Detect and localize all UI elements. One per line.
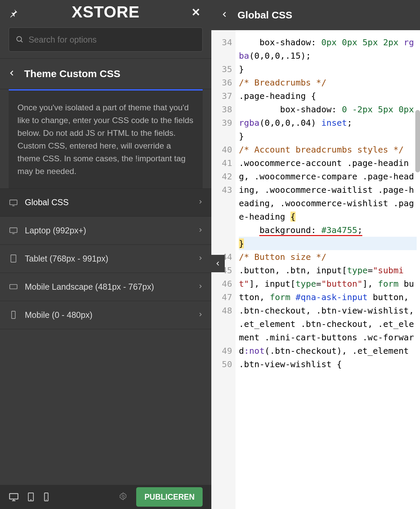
device-icon xyxy=(9,282,18,291)
chevron-right-icon xyxy=(198,282,203,292)
chevron-right-icon xyxy=(198,197,203,207)
line-number: 46 xyxy=(211,277,232,290)
line-number: 34 xyxy=(211,36,232,49)
code-line[interactable]: } xyxy=(239,129,417,143)
svg-rect-6 xyxy=(10,228,17,233)
menu-item-3[interactable]: Mobile Landscape (481px - 767px) xyxy=(0,273,211,301)
menu-item-2[interactable]: Tablet (768px - 991px) xyxy=(0,245,211,273)
line-number: 47 xyxy=(211,290,232,304)
code-line[interactable]: box-shadow: 0 -2px 5px 0px rgba(0,0,0,.0… xyxy=(239,103,417,129)
svg-rect-9 xyxy=(10,285,17,289)
line-number: 42 xyxy=(211,170,232,183)
device-tablet-icon[interactable] xyxy=(27,492,35,502)
svg-rect-4 xyxy=(10,200,17,205)
menu-item-label: Tablet (768px - 991px) xyxy=(25,254,108,264)
line-number: 49 xyxy=(211,344,232,357)
device-mobile-icon[interactable] xyxy=(43,492,50,502)
pin-icon[interactable] xyxy=(8,8,18,18)
svg-rect-10 xyxy=(12,311,15,319)
info-box: Once you've isolated a part of theme tha… xyxy=(9,91,203,188)
search-field[interactable] xyxy=(9,27,203,52)
code-editor[interactable]: 34 3536373839 40414243 4445464748 4950 b… xyxy=(211,30,420,509)
svg-point-18 xyxy=(122,495,124,498)
close-icon[interactable] xyxy=(191,7,201,17)
code-line[interactable]: /* Account breadcrumbs styles */ xyxy=(239,143,417,156)
code-line[interactable]: /* Button size */ xyxy=(239,250,417,264)
line-number: 35 xyxy=(211,62,232,76)
device-desktop-icon[interactable] xyxy=(9,493,19,501)
code-line[interactable]: .woocommerce-account .page-heading, .woo… xyxy=(239,156,417,223)
chevron-right-icon xyxy=(198,254,203,264)
menu-item-0[interactable]: Global CSS xyxy=(0,188,211,217)
line-number: 43 xyxy=(211,183,232,196)
svg-point-2 xyxy=(17,37,21,41)
code-line[interactable]: .btn-checkout, .btn-view-wishlist, xyxy=(239,304,417,317)
svg-rect-8 xyxy=(11,255,16,262)
breakpoint-menu: Global CSSLaptop (992px+)Tablet (768px -… xyxy=(0,188,211,329)
svg-rect-11 xyxy=(10,494,18,499)
menu-item-4[interactable]: Mobile (0 - 480px) xyxy=(0,301,211,329)
section-header[interactable]: Theme Custom CSS xyxy=(0,58,211,89)
menu-item-1[interactable]: Laptop (992px+) xyxy=(0,217,211,245)
code-line[interactable]: .button, .btn, input[type="submit"], inp… xyxy=(239,264,417,304)
code-line[interactable]: /* Breadcrumbs */ xyxy=(239,76,417,89)
line-number: 48 xyxy=(211,304,232,317)
section-title: Theme Custom CSS xyxy=(24,68,120,79)
logo: XSTORE xyxy=(72,3,140,21)
back-icon[interactable] xyxy=(9,69,15,78)
menu-item-label: Mobile Landscape (481px - 767px) xyxy=(25,282,154,292)
line-number: 40 xyxy=(211,143,232,156)
code-line[interactable]: background: #3a4755; xyxy=(239,223,417,237)
line-number: 50 xyxy=(211,357,232,371)
line-number: 37 xyxy=(211,89,232,103)
line-number: 38 xyxy=(211,103,232,116)
sidebar-footer: PUBLICEREN xyxy=(0,485,211,509)
editor-title: Global CSS xyxy=(238,9,292,21)
customizer-sidebar: XSTORE Theme Custom CSS Once you've isol… xyxy=(0,0,211,509)
device-icon xyxy=(9,226,18,235)
code-line[interactable]: } xyxy=(239,62,417,76)
line-number: 39 xyxy=(211,116,232,129)
menu-item-label: Global CSS xyxy=(25,197,69,207)
code-line[interactable]: box-shadow: 0px 0px 5px 2px rgba(0,0,0,.… xyxy=(239,36,417,62)
editor-scrollbar[interactable] xyxy=(415,110,420,172)
code-line[interactable]: .page-heading { xyxy=(239,89,417,103)
line-number: 41 xyxy=(211,156,232,170)
device-icon xyxy=(9,198,18,207)
editor-header: Global CSS xyxy=(211,0,420,30)
menu-item-label: Mobile (0 - 480px) xyxy=(25,310,92,320)
editor-panel: Global CSS 34 3536373839 40414243 444546… xyxy=(211,0,420,509)
line-number: 36 xyxy=(211,76,232,89)
code-line[interactable]: } xyxy=(239,237,417,250)
svg-line-3 xyxy=(21,41,22,42)
code-line[interactable]: .et_element .btn-checkout, .et_element .… xyxy=(239,317,417,371)
search-input[interactable] xyxy=(29,35,196,45)
gear-icon[interactable] xyxy=(119,492,127,502)
collapse-sidebar-icon[interactable] xyxy=(211,255,225,272)
publish-button[interactable]: PUBLICEREN xyxy=(136,487,203,507)
chevron-right-icon xyxy=(198,310,203,320)
code-area[interactable]: box-shadow: 0px 0px 5px 2px rgba(0,0,0,.… xyxy=(235,30,420,509)
sidebar-header: XSTORE xyxy=(0,0,211,23)
device-icon xyxy=(9,254,18,263)
chevron-right-icon xyxy=(198,226,203,235)
search-wrap xyxy=(0,23,211,58)
search-icon xyxy=(16,35,24,44)
device-icon xyxy=(9,310,18,320)
menu-item-label: Laptop (992px+) xyxy=(25,226,86,235)
editor-back-icon[interactable] xyxy=(221,10,228,20)
